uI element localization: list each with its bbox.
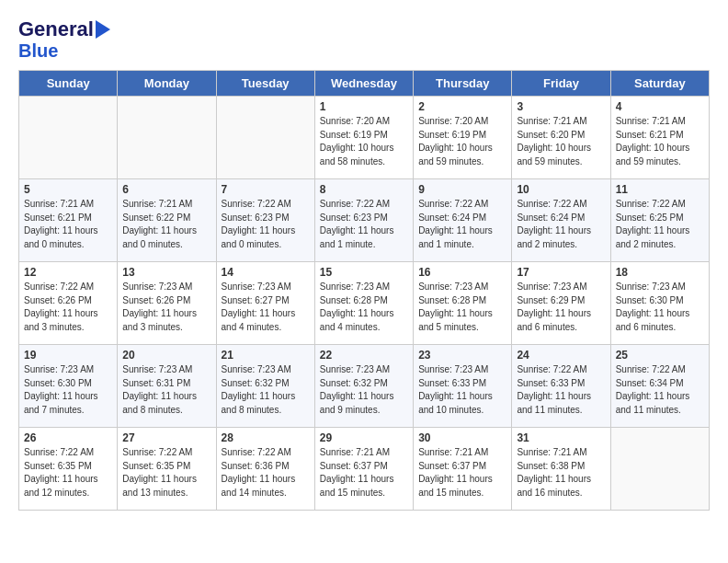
calendar-cell: 6Sunrise: 7:21 AM Sunset: 6:22 PM Daylig… <box>118 179 216 262</box>
calendar-cell: 28Sunrise: 7:22 AM Sunset: 6:36 PM Dayli… <box>216 428 314 511</box>
calendar-week-row: 1Sunrise: 7:20 AM Sunset: 6:19 PM Daylig… <box>19 97 710 179</box>
calendar-cell: 18Sunrise: 7:23 AM Sunset: 6:30 PM Dayli… <box>610 262 709 345</box>
calendar-cell: 12Sunrise: 7:22 AM Sunset: 6:26 PM Dayli… <box>19 262 118 345</box>
calendar-cell: 22Sunrise: 7:23 AM Sunset: 6:32 PM Dayli… <box>314 345 413 428</box>
day-info: Sunrise: 7:22 AM Sunset: 6:34 PM Dayligh… <box>616 363 704 417</box>
day-info: Sunrise: 7:23 AM Sunset: 6:29 PM Dayligh… <box>517 281 605 334</box>
day-info: Sunrise: 7:23 AM Sunset: 6:31 PM Dayligh… <box>122 363 210 417</box>
day-number: 31 <box>517 431 605 444</box>
day-info: Sunrise: 7:23 AM Sunset: 6:32 PM Dayligh… <box>320 363 408 417</box>
col-header-saturday: Saturday <box>610 71 709 97</box>
calendar-cell: 21Sunrise: 7:23 AM Sunset: 6:32 PM Dayli… <box>216 345 314 428</box>
day-info: Sunrise: 7:22 AM Sunset: 6:36 PM Dayligh… <box>222 446 310 500</box>
day-number: 4 <box>616 100 704 113</box>
day-info: Sunrise: 7:21 AM Sunset: 6:20 PM Dayligh… <box>517 115 605 168</box>
day-info: Sunrise: 7:21 AM Sunset: 6:37 PM Dayligh… <box>320 446 408 500</box>
day-info: Sunrise: 7:21 AM Sunset: 6:22 PM Dayligh… <box>122 198 210 251</box>
day-number: 26 <box>24 431 112 444</box>
calendar-table: SundayMondayTuesdayWednesdayThursdayFrid… <box>18 70 710 511</box>
day-info: Sunrise: 7:21 AM Sunset: 6:21 PM Dayligh… <box>24 198 112 251</box>
day-info: Sunrise: 7:23 AM Sunset: 6:26 PM Dayligh… <box>122 281 210 334</box>
calendar-week-row: 26Sunrise: 7:22 AM Sunset: 6:35 PM Dayli… <box>19 428 710 511</box>
col-header-thursday: Thursday <box>414 71 512 97</box>
day-number: 9 <box>418 183 506 196</box>
calendar-cell: 31Sunrise: 7:21 AM Sunset: 6:38 PM Dayli… <box>512 428 610 511</box>
calendar-cell: 27Sunrise: 7:22 AM Sunset: 6:35 PM Dayli… <box>118 428 216 511</box>
calendar-week-row: 12Sunrise: 7:22 AM Sunset: 6:26 PM Dayli… <box>19 262 710 345</box>
day-info: Sunrise: 7:23 AM Sunset: 6:32 PM Dayligh… <box>222 363 310 417</box>
calendar-cell: 14Sunrise: 7:23 AM Sunset: 6:27 PM Dayli… <box>216 262 314 345</box>
calendar-cell: 13Sunrise: 7:23 AM Sunset: 6:26 PM Dayli… <box>118 262 216 345</box>
calendar-cell: 23Sunrise: 7:23 AM Sunset: 6:33 PM Dayli… <box>414 345 512 428</box>
col-header-friday: Friday <box>512 71 610 97</box>
day-info: Sunrise: 7:23 AM Sunset: 6:30 PM Dayligh… <box>616 281 704 334</box>
day-number: 6 <box>122 183 210 196</box>
calendar-week-row: 19Sunrise: 7:23 AM Sunset: 6:30 PM Dayli… <box>19 345 710 428</box>
day-number: 5 <box>24 183 112 196</box>
calendar-cell: 7Sunrise: 7:22 AM Sunset: 6:23 PM Daylig… <box>216 179 314 262</box>
day-info: Sunrise: 7:21 AM Sunset: 6:38 PM Dayligh… <box>517 446 605 500</box>
calendar-cell: 4Sunrise: 7:21 AM Sunset: 6:21 PM Daylig… <box>610 97 709 179</box>
calendar-header-row: SundayMondayTuesdayWednesdayThursdayFrid… <box>19 71 710 97</box>
calendar-cell: 9Sunrise: 7:22 AM Sunset: 6:24 PM Daylig… <box>414 179 512 262</box>
day-number: 17 <box>517 266 605 279</box>
day-number: 15 <box>320 266 408 279</box>
calendar-cell <box>610 428 709 511</box>
day-number: 13 <box>122 266 210 279</box>
calendar-cell: 25Sunrise: 7:22 AM Sunset: 6:34 PM Dayli… <box>610 345 709 428</box>
day-info: Sunrise: 7:23 AM Sunset: 6:33 PM Dayligh… <box>418 363 506 417</box>
day-number: 30 <box>418 431 506 444</box>
day-info: Sunrise: 7:22 AM Sunset: 6:35 PM Dayligh… <box>122 446 210 500</box>
calendar-cell: 29Sunrise: 7:21 AM Sunset: 6:37 PM Dayli… <box>314 428 413 511</box>
day-info: Sunrise: 7:22 AM Sunset: 6:24 PM Dayligh… <box>517 198 605 251</box>
day-info: Sunrise: 7:22 AM Sunset: 6:26 PM Dayligh… <box>24 281 112 334</box>
day-number: 2 <box>418 100 506 113</box>
calendar-cell: 20Sunrise: 7:23 AM Sunset: 6:31 PM Dayli… <box>118 345 216 428</box>
calendar-cell: 19Sunrise: 7:23 AM Sunset: 6:30 PM Dayli… <box>19 345 118 428</box>
calendar-cell: 17Sunrise: 7:23 AM Sunset: 6:29 PM Dayli… <box>512 262 610 345</box>
col-header-wednesday: Wednesday <box>314 71 413 97</box>
day-info: Sunrise: 7:23 AM Sunset: 6:30 PM Dayligh… <box>24 363 112 417</box>
calendar-cell: 10Sunrise: 7:22 AM Sunset: 6:24 PM Dayli… <box>512 179 610 262</box>
day-number: 16 <box>418 266 506 279</box>
day-info: Sunrise: 7:22 AM Sunset: 6:35 PM Dayligh… <box>24 446 112 500</box>
day-info: Sunrise: 7:21 AM Sunset: 6:37 PM Dayligh… <box>418 446 506 500</box>
day-info: Sunrise: 7:23 AM Sunset: 6:27 PM Dayligh… <box>222 281 310 334</box>
calendar-cell: 24Sunrise: 7:22 AM Sunset: 6:33 PM Dayli… <box>512 345 610 428</box>
calendar-cell: 5Sunrise: 7:21 AM Sunset: 6:21 PM Daylig… <box>19 179 118 262</box>
calendar-cell: 1Sunrise: 7:20 AM Sunset: 6:19 PM Daylig… <box>314 97 413 179</box>
day-number: 29 <box>320 431 408 444</box>
day-number: 21 <box>222 349 310 362</box>
col-header-sunday: Sunday <box>19 71 118 97</box>
logo-blue: Blue <box>18 40 58 61</box>
calendar-cell: 3Sunrise: 7:21 AM Sunset: 6:20 PM Daylig… <box>512 97 610 179</box>
day-info: Sunrise: 7:20 AM Sunset: 6:19 PM Dayligh… <box>418 115 506 168</box>
day-info: Sunrise: 7:22 AM Sunset: 6:25 PM Dayligh… <box>616 198 704 251</box>
day-number: 23 <box>418 349 506 362</box>
day-number: 24 <box>517 349 605 362</box>
day-number: 18 <box>616 266 704 279</box>
day-number: 22 <box>320 349 408 362</box>
col-header-monday: Monday <box>118 71 216 97</box>
day-info: Sunrise: 7:22 AM Sunset: 6:33 PM Dayligh… <box>517 363 605 417</box>
day-info: Sunrise: 7:22 AM Sunset: 6:23 PM Dayligh… <box>222 198 310 251</box>
day-number: 8 <box>320 183 408 196</box>
day-number: 14 <box>222 266 310 279</box>
page-header: General Blue <box>18 18 710 61</box>
calendar-cell <box>216 97 314 179</box>
calendar-cell: 30Sunrise: 7:21 AM Sunset: 6:37 PM Dayli… <box>414 428 512 511</box>
calendar-cell <box>118 97 216 179</box>
col-header-tuesday: Tuesday <box>216 71 314 97</box>
day-number: 7 <box>222 183 310 196</box>
day-info: Sunrise: 7:23 AM Sunset: 6:28 PM Dayligh… <box>320 281 408 334</box>
day-number: 19 <box>24 349 112 362</box>
day-number: 10 <box>517 183 605 196</box>
logo-arrow-icon <box>96 20 110 39</box>
day-info: Sunrise: 7:22 AM Sunset: 6:24 PM Dayligh… <box>418 198 506 251</box>
day-number: 3 <box>517 100 605 113</box>
logo-general: General <box>18 18 94 40</box>
calendar-cell: 26Sunrise: 7:22 AM Sunset: 6:35 PM Dayli… <box>19 428 118 511</box>
calendar-cell: 11Sunrise: 7:22 AM Sunset: 6:25 PM Dayli… <box>610 179 709 262</box>
day-number: 20 <box>122 349 210 362</box>
day-number: 1 <box>320 100 408 113</box>
